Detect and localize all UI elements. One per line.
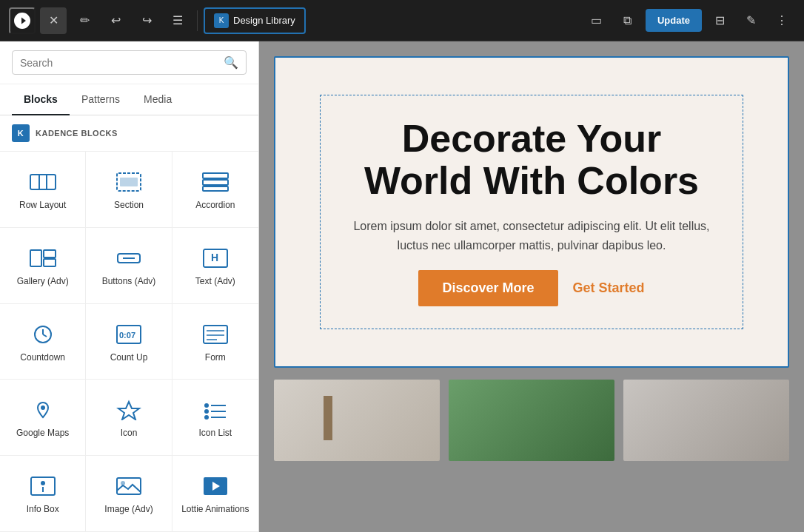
discover-more-button[interactable]: Discover More xyxy=(418,270,557,306)
accordion-label: Accordion xyxy=(195,200,235,212)
block-item-info-box[interactable]: Info Box xyxy=(0,456,86,532)
row-layout-icon xyxy=(28,170,58,194)
block-item-accordion[interactable]: Accordion xyxy=(172,152,258,228)
external-link-button[interactable]: ⧉ xyxy=(614,7,641,34)
search-input[interactable] xyxy=(20,57,224,69)
wp-logo-button[interactable] xyxy=(9,7,36,34)
image-house xyxy=(449,380,614,461)
design-library-icon: K xyxy=(214,13,229,28)
svg-rect-11 xyxy=(44,259,56,266)
row-layout-label: Row Layout xyxy=(19,200,66,212)
lottie-icon xyxy=(201,474,230,498)
count-up-label: Count Up xyxy=(110,352,148,364)
svg-text:H: H xyxy=(211,252,218,263)
toolbar-left: ✕ ✏ ↩ ↪ ☰ K Design Library xyxy=(9,7,306,34)
buttons-adv-icon xyxy=(114,246,144,270)
search-input-wrap[interactable]: 🔍 xyxy=(12,50,247,75)
countdown-icon xyxy=(28,323,58,346)
kadence-logo-icon: K xyxy=(12,124,30,142)
design-library-label: Design Library xyxy=(233,15,295,26)
svg-point-34 xyxy=(41,481,45,485)
svg-rect-8 xyxy=(203,186,228,191)
block-item-lottie[interactable]: Lottie Animations xyxy=(172,456,258,532)
image-adv-icon xyxy=(114,474,144,498)
search-icon[interactable]: 🔍 xyxy=(224,55,238,70)
section-icon xyxy=(114,170,144,194)
block-item-countdown[interactable]: Countdown xyxy=(0,304,86,380)
block-item-text-adv[interactable]: H Text (Adv) xyxy=(172,228,258,304)
text-adv-label: Text (Adv) xyxy=(195,276,235,288)
block-item-section[interactable]: Section xyxy=(86,152,172,228)
desktop-view-button[interactable]: ▭ xyxy=(583,7,610,34)
icon-list-icon xyxy=(201,398,230,422)
block-item-buttons-adv[interactable]: Buttons (Adv) xyxy=(86,228,172,304)
svg-point-27 xyxy=(204,403,209,408)
form-label: Form xyxy=(205,352,226,364)
hero-buttons: Discover More Get Started xyxy=(418,270,644,306)
main-area: 🔍 Blocks Patterns Media K KADENCE BLOCKS… xyxy=(0,41,804,532)
section-label: Section xyxy=(114,200,144,212)
close-button[interactable]: ✕ xyxy=(40,7,67,34)
block-item-form[interactable]: Form xyxy=(172,304,258,380)
gallery-adv-label: Gallery (Adv) xyxy=(17,276,69,288)
info-box-icon xyxy=(28,474,58,498)
svg-rect-33 xyxy=(31,477,55,495)
block-item-google-maps[interactable]: Google Maps xyxy=(0,380,86,456)
block-item-row-layout[interactable]: Row Layout xyxy=(0,152,86,228)
search-bar: 🔍 xyxy=(0,41,258,84)
svg-rect-5 xyxy=(120,178,138,186)
comment-button[interactable]: ✎ xyxy=(737,7,764,34)
svg-point-31 xyxy=(204,415,209,420)
icon-list-label: Icon List xyxy=(198,428,232,440)
info-box-label: Info Box xyxy=(27,504,59,516)
form-icon xyxy=(201,323,230,346)
hero-block[interactable]: Decorate Your World With Colors Lorem ip… xyxy=(274,56,789,368)
tab-patterns[interactable]: Patterns xyxy=(70,84,132,115)
count-up-icon: 0:07 xyxy=(114,323,144,346)
blocks-grid: Row Layout Section Accordion xyxy=(0,152,258,532)
svg-rect-1 xyxy=(30,175,56,189)
google-maps-label: Google Maps xyxy=(16,428,69,440)
svg-point-25 xyxy=(41,405,45,410)
hero-title: Decorate Your World With Colors xyxy=(350,118,713,202)
tab-media[interactable]: Media xyxy=(132,84,184,115)
list-view-button[interactable]: ☰ xyxy=(164,7,191,34)
toolbar-divider xyxy=(197,10,198,31)
kadence-blocks-label: KADENCE BLOCKS xyxy=(36,129,118,138)
svg-point-29 xyxy=(204,409,209,414)
edit-icon-button[interactable]: ✏ xyxy=(71,7,98,34)
block-item-gallery-adv[interactable]: Gallery (Adv) xyxy=(0,228,86,304)
block-item-icon[interactable]: Icon xyxy=(86,380,172,456)
block-item-icon-list[interactable]: Icon List xyxy=(172,380,258,456)
svg-rect-9 xyxy=(30,250,41,266)
more-options-button[interactable]: ⋮ xyxy=(768,7,795,34)
gallery-adv-icon xyxy=(28,246,58,270)
redo-button[interactable]: ↪ xyxy=(133,7,160,34)
get-started-button[interactable]: Get Started xyxy=(573,280,645,296)
hero-inner: Decorate Your World With Colors Lorem ip… xyxy=(320,95,743,329)
toolbar-right: ▭ ⧉ Update ⊟ ✎ ⋮ xyxy=(583,7,795,34)
design-library-button[interactable]: K Design Library xyxy=(204,7,306,34)
tab-blocks[interactable]: Blocks xyxy=(12,84,70,115)
countdown-label: Countdown xyxy=(20,352,65,364)
update-button[interactable]: Update xyxy=(646,9,702,32)
undo-button[interactable]: ↩ xyxy=(102,7,129,34)
buttons-adv-label: Buttons (Adv) xyxy=(102,276,156,288)
tabs-bar: Blocks Patterns Media xyxy=(0,84,258,115)
images-row xyxy=(274,380,789,461)
google-maps-icon xyxy=(28,398,58,422)
hero-subtitle: Lorem ipsum dolor sit amet, consectetur … xyxy=(350,217,713,255)
block-item-image-adv[interactable]: Image (Adv) xyxy=(86,456,172,532)
svg-rect-36 xyxy=(117,478,141,494)
svg-rect-7 xyxy=(203,180,228,185)
svg-marker-26 xyxy=(118,402,139,420)
accordion-icon xyxy=(201,170,230,194)
toolbar: ✕ ✏ ↩ ↪ ☰ K Design Library ▭ ⧉ Update ⊟ … xyxy=(0,0,804,41)
sidebar-toggle-button[interactable]: ⊟ xyxy=(706,7,733,34)
icon-label: Icon xyxy=(121,428,138,440)
sidebar: 🔍 Blocks Patterns Media K KADENCE BLOCKS… xyxy=(0,41,259,532)
block-item-count-up[interactable]: 0:07 Count Up xyxy=(86,304,172,380)
svg-line-18 xyxy=(43,334,47,337)
svg-text:0:07: 0:07 xyxy=(119,331,135,340)
svg-rect-10 xyxy=(44,250,56,257)
